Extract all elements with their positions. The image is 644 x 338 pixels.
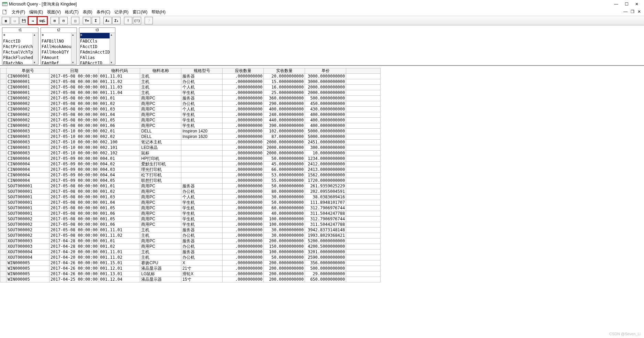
scrollbar[interactable] xyxy=(33,33,38,64)
table-window-title: t3 xyxy=(79,28,115,33)
field-item[interactable]: FBackFlushed xyxy=(3,55,33,60)
filter-icon[interactable]: ! xyxy=(124,17,132,24)
menu-item-4[interactable]: 表(B) xyxy=(81,9,94,15)
add-table-icon[interactable]: ◫ xyxy=(71,17,79,24)
mdi-minimize-button[interactable]: — xyxy=(622,8,629,15)
criteria-equals-icon[interactable]: Y= xyxy=(83,17,91,24)
field-list[interactable]: *FAcctIDFActPriceVchFActualVchTpFBackFlu… xyxy=(2,33,33,64)
field-item[interactable]: FAllHookQTY xyxy=(42,49,71,55)
auto-query-icon[interactable]: (!) xyxy=(133,17,141,24)
return-data-icon[interactable]: ⇥ xyxy=(29,17,37,24)
toolbar: ▦☐💾⇥sqL⊞⊟◫Y=ΣA↓Z↓!(!)❔ xyxy=(0,16,644,25)
field-item[interactable]: FAcctID xyxy=(3,38,33,44)
table-window-t1[interactable]: t1*FAcctIDFActPriceVchFActualVchTpFBackF… xyxy=(2,27,38,65)
field-item[interactable]: * xyxy=(3,33,33,38)
menu-item-6[interactable]: 记录(R) xyxy=(112,9,131,15)
open-icon[interactable]: ☐ xyxy=(11,17,19,24)
table-window-t3[interactable]: t3*FABCClsFAcctIDFAdminAcctIDFAliasFAPAc… xyxy=(79,27,115,65)
scrollbar[interactable] xyxy=(71,33,77,64)
field-list[interactable]: *FABCClsFAcctIDFAdminAcctIDFAliasFAPAcct… xyxy=(79,33,110,64)
window-title: Microsoft Query - [查询来自 Kingdee] xyxy=(9,1,77,7)
field-item[interactable]: * xyxy=(80,33,110,38)
document-icon xyxy=(2,9,8,15)
mdi-restore-button[interactable]: ❐ xyxy=(629,8,636,15)
mdi-close-button[interactable]: ✕ xyxy=(636,8,643,15)
field-item[interactable]: FAdminAcctID xyxy=(80,49,110,55)
field-item[interactable]: FAmount xyxy=(42,55,71,60)
field-item[interactable]: FAmtRef xyxy=(42,60,71,64)
field-item[interactable]: FAPAcctID xyxy=(80,60,110,64)
sql-icon[interactable]: sqL xyxy=(37,17,47,24)
field-item[interactable]: FAlias xyxy=(80,55,110,60)
close-button[interactable]: ✕ xyxy=(632,0,642,8)
show-tables-icon[interactable]: ⊞ xyxy=(50,17,59,24)
menu-item-0[interactable]: 文件(F) xyxy=(10,9,27,15)
app-icon xyxy=(2,1,8,7)
help-icon[interactable]: ❔ xyxy=(145,17,153,24)
field-item[interactable]: FAllHookAmou xyxy=(42,44,71,49)
field-list[interactable]: *FAFBillNOFAllHookAmouFAllHookQTYFAmount… xyxy=(41,33,71,64)
field-item[interactable]: FAcctID xyxy=(80,44,110,49)
field-item[interactable]: FActPriceVch xyxy=(3,44,33,49)
field-item[interactable]: FAFBillNO xyxy=(42,38,71,44)
title-bar: Microsoft Query - [查询来自 Kingdee] — ☐ ✕ xyxy=(0,0,644,8)
menu-item-5[interactable]: 条件(C) xyxy=(94,9,113,15)
sort-desc-icon[interactable]: Z↓ xyxy=(112,17,121,24)
table-panes-area: t1*FAcctIDFActPriceVchFActualVchTpFBackF… xyxy=(0,25,644,66)
field-item[interactable]: FBatchNo xyxy=(3,60,33,64)
scrollbar[interactable] xyxy=(110,33,115,64)
field-item[interactable]: FABCCls xyxy=(80,38,110,44)
sort-asc-icon[interactable]: A↓ xyxy=(103,17,112,24)
save-icon[interactable]: 💾 xyxy=(20,17,28,24)
menu-item-7[interactable]: 窗口(W) xyxy=(131,9,149,15)
maximize-button[interactable]: ☐ xyxy=(621,0,632,8)
menu-item-3[interactable]: 格式(T) xyxy=(63,9,80,15)
menu-item-8[interactable]: 帮助(H) xyxy=(149,9,168,15)
menu-item-1[interactable]: 编辑(E) xyxy=(27,9,45,15)
menu-item-2[interactable]: 视图(V) xyxy=(45,9,63,15)
show-criteria-icon[interactable]: ⊟ xyxy=(59,17,68,24)
svg-rect-1 xyxy=(2,2,7,3)
table-window-t2[interactable]: t2*FAFBillNOFAllHookAmouFAllHookQTYFAmou… xyxy=(41,27,77,65)
field-item[interactable]: FActualVchTp xyxy=(3,49,33,55)
field-item[interactable]: * xyxy=(42,33,71,38)
minimize-button[interactable]: — xyxy=(611,0,621,8)
sum-icon[interactable]: Σ xyxy=(92,17,100,24)
table-window-title: t1 xyxy=(2,28,38,33)
new-query-icon[interactable]: ▦ xyxy=(2,17,10,24)
table-window-title: t2 xyxy=(41,28,77,33)
menu-bar: 文件(F)编辑(E)视图(V)格式(T)表(B)条件(C)记录(R)窗口(W)帮… xyxy=(0,8,644,16)
